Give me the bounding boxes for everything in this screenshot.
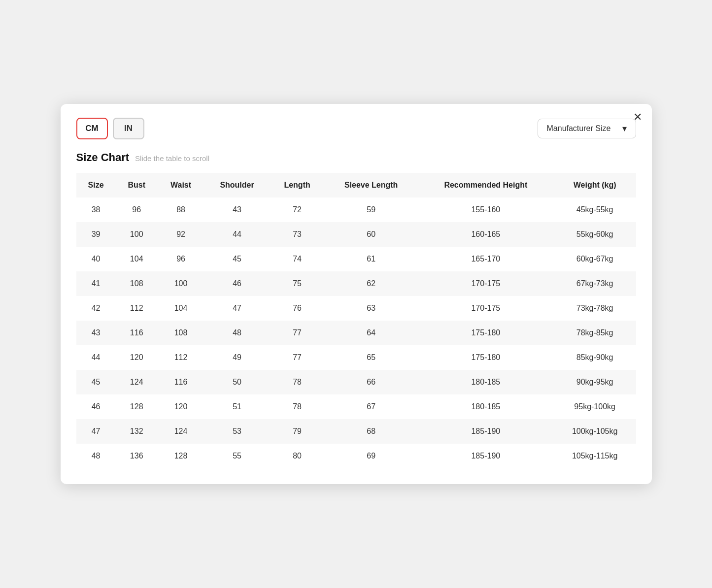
top-bar: CM IN Manufacturer Size ▾ <box>76 118 636 139</box>
table-header: Recommended Height <box>418 173 554 197</box>
table-cell: 185-190 <box>418 419 554 444</box>
table-cell: 78 <box>270 370 325 394</box>
table-cell: 47 <box>204 296 270 321</box>
table-cell: 60 <box>324 222 417 247</box>
table-cell: 45 <box>204 247 270 271</box>
table-row: 45124116507866180-18590kg-95kg <box>76 370 636 394</box>
table-cell: 104 <box>116 247 158 271</box>
size-chart-modal: ✕ CM IN Manufacturer Size ▾ Size Chart S… <box>61 104 652 484</box>
table-cell: 78kg-85kg <box>554 321 636 345</box>
in-button[interactable]: IN <box>113 118 144 139</box>
table-wrap[interactable]: SizeBustWaistShoulderLengthSleeve Length… <box>76 173 636 468</box>
table-header: Shoulder <box>204 173 270 197</box>
table-row: 3910092447360160-16555kg-60kg <box>76 222 636 247</box>
table-cell: 44 <box>204 222 270 247</box>
table-cell: 100 <box>116 222 158 247</box>
table-header: Length <box>270 173 325 197</box>
table-cell: 88 <box>158 197 204 222</box>
table-cell: 67kg-73kg <box>554 271 636 296</box>
table-cell: 116 <box>116 321 158 345</box>
table-cell: 155-160 <box>418 197 554 222</box>
size-chart-table: SizeBustWaistShoulderLengthSleeve Length… <box>76 173 636 468</box>
table-cell: 67 <box>324 394 417 419</box>
table-cell: 180-185 <box>418 394 554 419</box>
table-cell: 55kg-60kg <box>554 222 636 247</box>
table-cell: 51 <box>204 394 270 419</box>
section-title: Size Chart <box>76 151 130 164</box>
table-cell: 40 <box>76 247 116 271</box>
table-row: 44120112497765175-18085kg-90kg <box>76 345 636 370</box>
table-cell: 92 <box>158 222 204 247</box>
table-cell: 43 <box>204 197 270 222</box>
table-cell: 128 <box>158 444 204 468</box>
table-cell: 69 <box>324 444 417 468</box>
unit-switcher: CM IN <box>76 118 144 139</box>
table-cell: 39 <box>76 222 116 247</box>
table-row: 48136128558069185-190105kg-115kg <box>76 444 636 468</box>
manufacturer-select-label: Manufacturer Size <box>547 124 611 133</box>
table-cell: 112 <box>158 345 204 370</box>
table-header: Weight (kg) <box>554 173 636 197</box>
table-header: Sleeve Length <box>324 173 417 197</box>
table-cell: 96 <box>158 247 204 271</box>
manufacturer-select-dropdown[interactable]: Manufacturer Size ▾ <box>538 119 636 138</box>
table-cell: 185-190 <box>418 444 554 468</box>
table-cell: 90kg-95kg <box>554 370 636 394</box>
table-cell: 96 <box>116 197 158 222</box>
table-cell: 42 <box>76 296 116 321</box>
chevron-down-icon: ▾ <box>622 123 627 134</box>
table-cell: 48 <box>76 444 116 468</box>
table-cell: 61 <box>324 247 417 271</box>
table-cell: 60kg-67kg <box>554 247 636 271</box>
table-cell: 50 <box>204 370 270 394</box>
table-header: Waist <box>158 173 204 197</box>
table-cell: 165-170 <box>418 247 554 271</box>
table-cell: 108 <box>158 321 204 345</box>
table-cell: 38 <box>76 197 116 222</box>
table-cell: 46 <box>204 271 270 296</box>
close-button[interactable]: ✕ <box>633 112 642 123</box>
table-row: 42112104477663170-17573kg-78kg <box>76 296 636 321</box>
table-cell: 73 <box>270 222 325 247</box>
table-cell: 95kg-100kg <box>554 394 636 419</box>
table-cell: 116 <box>158 370 204 394</box>
table-cell: 124 <box>158 419 204 444</box>
section-hint: Slide the table to scroll <box>135 154 209 163</box>
table-cell: 73kg-78kg <box>554 296 636 321</box>
table-row: 389688437259155-16045kg-55kg <box>76 197 636 222</box>
table-cell: 66 <box>324 370 417 394</box>
table-cell: 120 <box>116 345 158 370</box>
table-cell: 77 <box>270 345 325 370</box>
table-cell: 53 <box>204 419 270 444</box>
table-row: 41108100467562170-17567kg-73kg <box>76 271 636 296</box>
table-cell: 63 <box>324 296 417 321</box>
table-cell: 170-175 <box>418 296 554 321</box>
table-cell: 175-180 <box>418 321 554 345</box>
table-cell: 55 <box>204 444 270 468</box>
table-cell: 136 <box>116 444 158 468</box>
table-cell: 62 <box>324 271 417 296</box>
table-cell: 104 <box>158 296 204 321</box>
table-cell: 59 <box>324 197 417 222</box>
table-cell: 45 <box>76 370 116 394</box>
table-row: 43116108487764175-18078kg-85kg <box>76 321 636 345</box>
table-cell: 124 <box>116 370 158 394</box>
table-cell: 41 <box>76 271 116 296</box>
table-cell: 68 <box>324 419 417 444</box>
table-cell: 77 <box>270 321 325 345</box>
table-cell: 85kg-90kg <box>554 345 636 370</box>
table-cell: 74 <box>270 247 325 271</box>
table-cell: 120 <box>158 394 204 419</box>
table-cell: 48 <box>204 321 270 345</box>
table-cell: 49 <box>204 345 270 370</box>
cm-button[interactable]: CM <box>76 118 108 139</box>
table-cell: 79 <box>270 419 325 444</box>
table-cell: 45kg-55kg <box>554 197 636 222</box>
table-cell: 44 <box>76 345 116 370</box>
table-cell: 78 <box>270 394 325 419</box>
table-cell: 80 <box>270 444 325 468</box>
table-cell: 108 <box>116 271 158 296</box>
table-cell: 100 <box>158 271 204 296</box>
table-cell: 105kg-115kg <box>554 444 636 468</box>
table-row: 46128120517867180-18595kg-100kg <box>76 394 636 419</box>
